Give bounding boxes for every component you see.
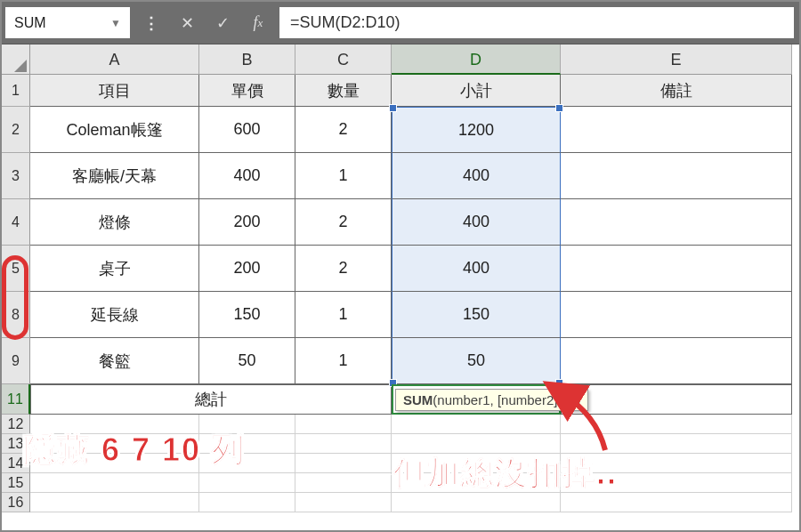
cell-E9[interactable] [561,338,792,384]
cell-A3[interactable]: 客廳帳/天幕 [30,153,199,199]
cell-E16[interactable] [561,493,792,512]
cell-A5[interactable]: 桌子 [30,246,199,292]
accept-icon[interactable]: ✓ [205,2,240,44]
cell-C2[interactable]: 2 [295,107,392,153]
select-all-corner[interactable] [2,44,30,75]
cell-A4[interactable]: 燈條 [30,199,199,246]
col-header-A[interactable]: A [30,44,199,75]
cell-B2[interactable]: 600 [199,107,295,153]
col-header-D[interactable]: D [392,44,561,75]
cell-B15[interactable] [199,473,295,493]
cell-A9[interactable]: 餐籃 [30,338,199,384]
name-box[interactable]: SUM ▼ [5,7,130,38]
cell-B3[interactable]: 400 [199,153,295,199]
row-header-4[interactable]: 4 [2,199,30,246]
cell-B5[interactable]: 200 [199,246,295,292]
cancel-icon[interactable]: ✕ [169,2,205,44]
cell-C13[interactable] [295,434,392,454]
cell-C9[interactable]: 1 [295,338,392,384]
cell-D5[interactable]: 400 [392,246,561,292]
cell-D16[interactable] [392,493,561,512]
dropdown-icon[interactable]: ▼ [110,17,121,29]
cell-B8[interactable]: 150 [199,292,295,338]
callout-hidden-rows: 隱藏 6 7 10 列 [23,429,246,472]
row-header-16[interactable]: 16 [2,493,30,512]
cell-C1[interactable]: 數量 [295,75,392,107]
cell-D12[interactable] [392,415,561,434]
cell-B1[interactable]: 單價 [199,75,295,107]
cell-C5[interactable]: 2 [295,246,392,292]
cell-C12[interactable] [295,415,392,434]
cell-D3[interactable]: 400 [392,153,561,199]
row-header-11[interactable]: 11 [2,384,30,415]
cell-D2[interactable]: 1200 [392,107,561,153]
cell-C4[interactable]: 2 [295,199,392,246]
cell-B4[interactable]: 200 [199,199,295,246]
cell-A1[interactable]: 項目 [30,75,199,107]
cell-B16[interactable] [199,493,295,512]
row-header-2[interactable]: 2 [2,107,30,153]
annotation-arrow [552,388,614,459]
row-header-1[interactable]: 1 [2,75,30,107]
cell-E2[interactable] [561,107,792,153]
cell-C16[interactable] [295,493,392,512]
cell-C14[interactable] [295,454,392,473]
col-header-C[interactable]: C [295,44,392,75]
formula-input[interactable]: =SUM(D2:D10) [279,7,794,38]
fx-icon[interactable]: fx [240,2,276,44]
cell-D1[interactable]: 小計 [392,75,561,107]
cell-A8[interactable]: 延長線 [30,292,199,338]
tooltip-fn: SUM [403,392,433,407]
svg-marker-0 [14,60,27,72]
cell-A15[interactable] [30,473,199,493]
cell-C8[interactable]: 1 [295,292,392,338]
row-header-9[interactable]: 9 [2,338,30,384]
annotation-ring-hidden-rows [2,255,28,340]
cell-C15[interactable] [295,473,392,493]
col-header-B[interactable]: B [199,44,295,75]
cell-A16[interactable] [30,493,199,512]
cell-E5[interactable] [561,246,792,292]
cell-D13[interactable] [392,434,561,454]
cell-C3[interactable]: 1 [295,153,392,199]
cell-D9[interactable]: 50 [392,338,561,384]
cell-E8[interactable] [561,292,792,338]
cell-E1[interactable]: 備註 [561,75,792,107]
cell-A2[interactable]: Coleman帳篷 [30,107,199,153]
formula-bar: SUM ▼ ⋮ ✕ ✓ fx =SUM(D2:D10) [2,2,799,44]
formula-text: =SUM(D2:D10) [290,13,400,32]
row-header-15[interactable]: 15 [2,473,30,493]
cell-D4[interactable]: 400 [392,199,561,246]
cell-total-label[interactable]: 總計 [30,384,392,415]
cell-E3[interactable] [561,153,792,199]
col-header-E[interactable]: E [561,44,792,75]
row-header-3[interactable]: 3 [2,153,30,199]
cell-D8[interactable]: 150 [392,292,561,338]
cell-E4[interactable] [561,199,792,246]
name-box-text: SUM [14,15,46,31]
cell-B9[interactable]: 50 [199,338,295,384]
more-icon[interactable]: ⋮ [134,2,169,44]
